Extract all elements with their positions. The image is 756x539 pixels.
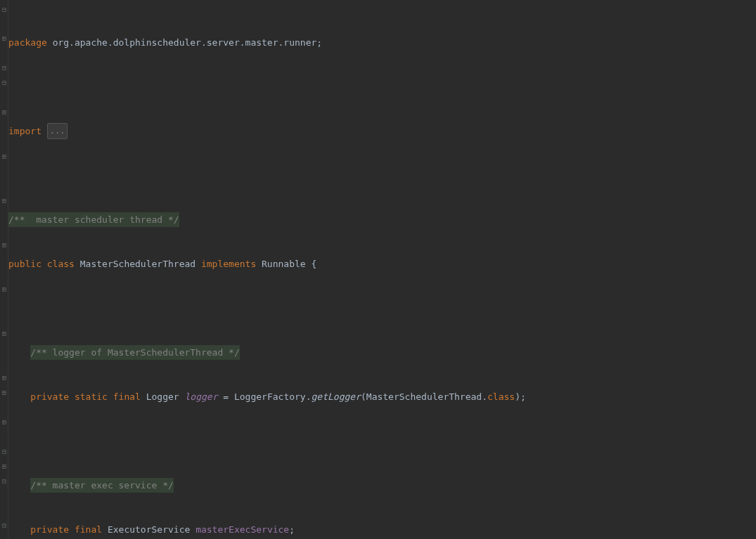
fold-marker[interactable]: ⊞ (2, 331, 8, 337)
fold-marker[interactable]: ⊞ (2, 198, 8, 204)
field-logger: logger (185, 389, 218, 404)
fold-marker[interactable]: ⊞ (2, 464, 8, 469)
fold-box-imports[interactable]: ... (47, 123, 68, 139)
gutter: ⊟ ⊞ ⊟ ⊟ ⊞ ⊞ ⊞ ⊞ ⊞ ⊞ ⊞ ⊞ ⊞ ⊟ ⊞ ⊟ ⊟ (0, 0, 8, 539)
field-comment: /** master exec service */ (30, 478, 174, 493)
field-comment: /** logger of MasterSchedulerThread */ (30, 345, 239, 360)
fold-marker[interactable]: ⊞ (2, 375, 8, 381)
fold-marker[interactable]: ⊞ (2, 287, 8, 292)
brace: { (312, 256, 317, 271)
fold-marker[interactable]: ⊟ (2, 449, 8, 455)
fold-marker[interactable]: ⊞ (2, 420, 8, 425)
keyword-import: import (8, 124, 47, 138)
semicolon: ; (316, 35, 322, 50)
interface-name: Runnable (262, 256, 311, 271)
fold-marker[interactable]: ⊟ (2, 65, 8, 71)
package-name: org.apache.dolphinscheduler.server.maste… (53, 35, 317, 50)
fold-marker[interactable]: ⊟ (2, 479, 8, 484)
fold-marker[interactable]: ⊞ (2, 242, 8, 248)
class-comment: /** master scheduler thread */ (8, 212, 179, 227)
keyword-implements: implements (201, 256, 262, 271)
keyword-package: package (8, 35, 53, 50)
fold-marker[interactable]: ⊞ (2, 154, 8, 160)
fold-marker[interactable]: ⊟ (2, 523, 8, 528)
fold-marker[interactable]: ⊞ (2, 390, 8, 396)
fold-marker[interactable]: ⊞ (2, 110, 8, 115)
code-area[interactable]: package org.apache.dolphinscheduler.serv… (8, 0, 756, 539)
keyword-public: public (8, 256, 47, 271)
keyword-class: class (47, 256, 80, 271)
code-editor[interactable]: ⊟ ⊞ ⊟ ⊟ ⊞ ⊞ ⊞ ⊞ ⊞ ⊞ ⊞ ⊞ ⊞ ⊟ ⊞ ⊟ ⊟ packag… (0, 0, 756, 539)
field-name: masterExecService (196, 522, 289, 537)
fold-marker[interactable]: ⊞ (2, 36, 8, 41)
fold-marker[interactable]: ⊟ (2, 80, 8, 86)
fold-marker[interactable]: ⊟ (2, 7, 8, 13)
class-name: MasterSchedulerThread (80, 256, 201, 271)
